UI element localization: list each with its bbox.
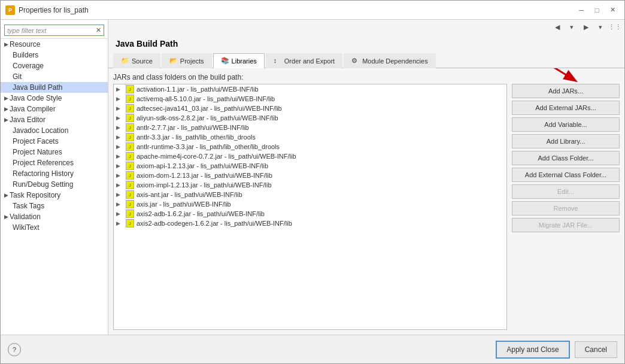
jar-expand-arrow-icon: ▶: [116, 153, 123, 159]
add-external-jars-button[interactable]: Add External JARs...: [512, 101, 620, 115]
window-title: Properties for lis_path: [19, 6, 89, 14]
tab-label: Module Dependencies: [362, 57, 427, 65]
jar-list-item[interactable]: ▶Jaxis-ant.jar - lis_path/ui/WEB-INF/lib: [114, 190, 506, 199]
sidebar-item-javadoc-location[interactable]: Javadoc Location: [1, 125, 108, 136]
sidebar-item-validation[interactable]: ▶Validation: [1, 211, 108, 222]
jar-item-label: apache-mime4j-core-0.7.2.jar - lis_path/…: [136, 153, 296, 160]
close-button[interactable]: ✕: [605, 4, 620, 17]
sidebar-item-label: Resource: [10, 40, 40, 48]
tabs-bar: 📁Source📂Projects📚Libraries↕Order and Exp…: [108, 53, 624, 68]
content-area: JARs and class folders on the build path…: [108, 68, 624, 335]
sidebar-item-label: Java Code Style: [10, 94, 62, 102]
jar-list-section: JARs and class folders on the build path…: [113, 73, 507, 330]
sidebar-item-run-debug-setting[interactable]: Run/Debug Setting: [1, 179, 108, 190]
add-class-folder-button[interactable]: Add Class Folder...: [512, 151, 620, 165]
migrate-jar-button[interactable]: Migrate JAR File...: [512, 218, 620, 232]
sidebar-item-project-facets[interactable]: Project Facets: [1, 136, 108, 147]
help-button[interactable]: ?: [8, 343, 21, 356]
sidebar-item-java-editor[interactable]: ▶Java Editor: [1, 114, 108, 125]
jar-list-item[interactable]: ▶Jaxis2-adb-1.6.2.jar - lis_path/ui/WEB-…: [114, 209, 506, 219]
edit-button[interactable]: Edit...: [512, 184, 620, 199]
jar-list-item[interactable]: ▶Jaxiom-api-1.2.13.jar - lis_path/ui/WEB…: [114, 161, 506, 171]
jar-expand-arrow-icon: ▶: [116, 144, 123, 150]
jar-list-item[interactable]: ▶Jadtecsec-java141_03.jar - lis_path/ui/…: [114, 104, 506, 113]
jar-expand-arrow-icon: ▶: [116, 192, 123, 198]
sidebar-item-label: Javadoc Location: [13, 126, 68, 135]
sidebar-item-project-natures[interactable]: Project Natures: [1, 147, 108, 157]
projects-tab-icon: 📂: [169, 57, 178, 65]
maximize-button[interactable]: □: [590, 4, 604, 17]
jar-list-item[interactable]: ▶Jactivemq-all-5.10.0.jar - lis_path/ui/…: [114, 94, 506, 104]
sidebar-item-java-compiler[interactable]: ▶Java Compiler: [1, 104, 108, 114]
sidebar-item-project-references[interactable]: Project References: [1, 157, 108, 168]
add-variable-button[interactable]: Add Variable...: [512, 117, 620, 132]
title-bar: P Properties for lis_path ─ □ ✕: [1, 1, 624, 20]
jar-list[interactable]: ▶Jactivation-1.1.jar - lis_path/ui/WEB-I…: [113, 84, 507, 330]
jar-expand-arrow-icon: ▶: [116, 220, 123, 226]
jar-expand-arrow-icon: ▶: [116, 96, 123, 102]
libraries-tab-icon: 📚: [221, 57, 229, 65]
jar-list-item[interactable]: ▶Jaliyun-sdk-oss-2.8.2.jar - lis_path/ui…: [114, 113, 506, 123]
back-button[interactable]: ◀: [551, 21, 563, 33]
back-dropdown[interactable]: ▾: [566, 21, 578, 33]
jar-list-item[interactable]: ▶Jaxiom-dom-1.2.13.jar - lis_path/ui/WEB…: [114, 171, 506, 180]
tab-source[interactable]: 📁Source: [113, 53, 160, 68]
expand-arrow-icon: ▶: [4, 95, 8, 101]
menu-button[interactable]: ⋮⋮: [609, 21, 621, 33]
add-library-button[interactable]: Add Library...: [512, 134, 620, 148]
sidebar-item-label: WikiText: [13, 223, 40, 232]
jar-file-icon: J: [126, 104, 134, 113]
remove-button[interactable]: Remove: [512, 201, 620, 216]
tab-projects[interactable]: 📂Projects: [162, 53, 212, 68]
filter-input-wrapper[interactable]: type filter text ✕: [4, 25, 104, 36]
jar-expand-arrow-icon: ▶: [116, 115, 123, 121]
jar-item-label: axiom-dom-1.2.13.jar - lis_path/ui/WEB-I…: [136, 172, 272, 179]
right-panel: ◀ ▾ ▶ ▾ ⋮⋮ Java Build Path 📁Source📂Proje…: [108, 20, 624, 335]
jar-item-label: antlr-2.7.7.jar - lis_path/ui/WEB-INF/li…: [136, 124, 249, 131]
sidebar-item-resource[interactable]: ▶Resource: [1, 39, 108, 50]
tab-order-export[interactable]: ↕Order and Export: [266, 53, 342, 68]
sidebar-item-refactoring-history[interactable]: Refactoring History: [1, 168, 108, 179]
window-icon: P: [5, 5, 15, 15]
source-tab-icon: 📁: [121, 57, 129, 65]
filter-clear-button[interactable]: ✕: [96, 26, 101, 34]
sidebar-item-label: Java Build Path: [13, 83, 62, 92]
jar-item-label: adtecsec-java141_03.jar - lis_path/ui/WE…: [136, 105, 282, 112]
sidebar-item-coverage[interactable]: Coverage: [1, 60, 108, 71]
main-window: P Properties for lis_path ─ □ ✕ type fil…: [0, 0, 625, 364]
forward-button[interactable]: ▶: [580, 21, 592, 33]
jar-list-item[interactable]: ▶Jaxis.jar - lis_path/ui/WEB-INF/lib: [114, 199, 506, 209]
expand-arrow-icon: ▶: [4, 192, 8, 198]
sidebar-item-java-code-style[interactable]: ▶Java Code Style: [1, 93, 108, 104]
cancel-button[interactable]: Cancel: [575, 341, 617, 358]
sidebar-item-wikitext[interactable]: WikiText: [1, 222, 108, 233]
minimize-button[interactable]: ─: [574, 4, 588, 17]
tab-module-deps[interactable]: ⚙Module Dependencies: [344, 53, 435, 68]
jar-item-label: axis2-adb-codegen-1.6.2.jar - lis_path/u…: [136, 220, 292, 227]
add-external-class-folder-button[interactable]: Add External Class Folder...: [512, 168, 620, 182]
sidebar-item-builders[interactable]: Builders: [1, 50, 108, 60]
jar-item-label: axis.jar - lis_path/ui/WEB-INF/lib: [136, 201, 231, 208]
jar-list-item[interactable]: ▶Jantlr-2.7.7.jar - lis_path/ui/WEB-INF/…: [114, 123, 506, 132]
jar-list-item[interactable]: ▶Jantlr-runtime-3.3.jar - lis_path/lib_o…: [114, 142, 506, 151]
nav-bar: ◀ ▾ ▶ ▾ ⋮⋮: [108, 20, 624, 34]
jar-list-item[interactable]: ▶Jaxiom-impl-1.2.13.jar - lis_path/ui/WE…: [114, 180, 506, 190]
jar-file-icon: J: [126, 95, 134, 103]
apply-and-close-button[interactable]: Apply and Close: [496, 341, 569, 359]
sidebar-item-task-repository[interactable]: ▶Task Repository: [1, 190, 108, 201]
panel-title: Java Build Path: [116, 39, 617, 48]
forward-dropdown[interactable]: ▾: [594, 21, 606, 33]
tab-libraries[interactable]: 📚Libraries: [213, 53, 265, 68]
add-jars-button[interactable]: Add JARs...: [512, 84, 620, 98]
jar-list-item[interactable]: ▶Jantlr-3.3.jar - lis_path/lib_other/lib…: [114, 132, 506, 142]
bottom-bar: ? Apply and Close Cancel: [1, 335, 624, 363]
sidebar-item-git[interactable]: Git: [1, 71, 108, 82]
sidebar-item-java-build-path[interactable]: Java Build Path: [1, 82, 108, 93]
jar-expand-arrow-icon: ▶: [116, 182, 123, 188]
jar-list-item[interactable]: ▶Jactivation-1.1.jar - lis_path/ui/WEB-I…: [114, 84, 506, 94]
jar-expand-arrow-icon: ▶: [116, 134, 123, 140]
jar-list-item[interactable]: ▶Jaxis2-adb-codegen-1.6.2.jar - lis_path…: [114, 219, 506, 228]
jar-list-item[interactable]: ▶Japache-mime4j-core-0.7.2.jar - lis_pat…: [114, 151, 506, 161]
sidebar-item-label: Builders: [13, 51, 38, 59]
sidebar-item-task-tags[interactable]: Task Tags: [1, 201, 108, 211]
